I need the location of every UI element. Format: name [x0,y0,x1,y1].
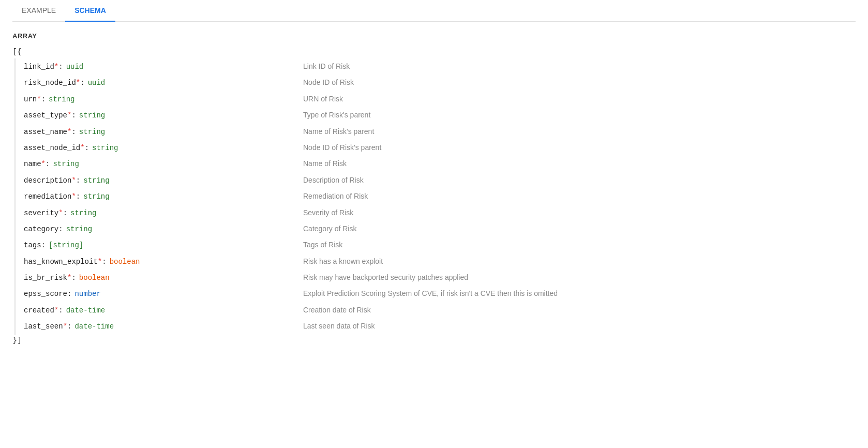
field-name-last_seen: last_seen [24,321,63,332]
schema-rows: link_id*: uuidLink ID of Riskrisk_node_i… [14,58,856,335]
field-description-asset_name: Name of Risk's parent [282,126,374,137]
schema-row-has_known_exploit: has_known_exploit*: booleanRisk has a kn… [24,253,856,270]
field-name-tags: tags [24,240,41,251]
field-section-category: category: string [24,223,282,235]
field-name-has_known_exploit: has_known_exploit [24,256,98,267]
required-star-last_seen: * [63,321,67,332]
colon-epss_score: : [67,288,71,300]
field-section-created: created*: date-time [24,305,282,316]
required-star-created: * [54,305,58,316]
field-description-asset_node_id: Node ID of Risk's parent [282,142,381,153]
field-description-description: Description of Risk [282,174,364,186]
required-star-asset_name: * [67,126,71,138]
required-star-asset_type: * [67,110,71,121]
field-description-severity: Severity of Risk [282,207,353,218]
field-name-name: name [24,158,41,170]
schema-row-name: name*: stringName of Risk [24,156,856,172]
colon-tags: : [41,240,46,251]
schema-row-asset_type: asset_type*: stringType of Risk's parent [24,107,856,123]
required-star-severity: * [58,207,63,219]
tab-schema[interactable]: SCHEMA [65,0,115,22]
field-type-asset_node_id: string [92,142,118,154]
tab-bar: EXAMPLESCHEMA [12,0,856,22]
field-section-last_seen: last_seen*: date-time [24,321,282,332]
field-type-created: date-time [66,305,106,316]
field-type-last_seen: date-time [74,321,114,332]
field-name-asset_type: asset_type [24,110,67,121]
field-name-remediation: remediation [24,191,71,202]
field-section-epss_score: epss_score: number [24,288,282,300]
colon-link_id: : [58,61,63,72]
field-type-risk_node_id: uuid [88,77,106,88]
field-description-is_br_risk: Risk may have backported security patche… [282,272,468,283]
field-section-severity: severity*: string [24,207,282,219]
schema-row-link_id: link_id*: uuidLink ID of Risk [24,58,856,74]
required-star-remediation: * [71,191,76,202]
field-description-risk_node_id: Node ID of Risk [282,77,354,88]
field-description-created: Creation date of Risk [282,304,371,316]
main-container: EXAMPLESCHEMA ARRAY [{ link_id*: uuidLin… [0,0,868,347]
schema-row-tags: tags: [string]Tags of Risk [24,237,856,253]
field-section-urn: urn*: string [24,94,282,105]
schema-row-asset_name: asset_name*: stringName of Risk's parent [24,124,856,140]
field-type-is_br_risk: boolean [79,272,110,283]
field-type-name: string [53,158,79,170]
field-description-last_seen: Last seen data of Risk [282,320,375,332]
field-section-remediation: remediation*: string [24,191,282,202]
schema-row-epss_score: epss_score: numberExploit Prediction Sco… [24,286,856,302]
colon-risk_node_id: : [80,77,84,88]
field-description-category: Category of Risk [282,223,356,234]
field-description-urn: URN of Risk [282,93,343,104]
required-star-has_known_exploit: * [98,256,102,267]
tab-example[interactable]: EXAMPLE [12,0,65,22]
required-star-risk_node_id: * [76,77,80,88]
field-section-asset_type: asset_type*: string [24,110,282,121]
field-type-severity: string [70,207,96,219]
required-star-asset_node_id: * [80,142,84,154]
field-section-is_br_risk: is_br_risk*: boolean [24,272,282,283]
required-star-name: * [41,158,46,170]
schema-row-urn: urn*: stringURN of Risk [24,91,856,107]
colon-asset_name: : [71,126,76,138]
schema-row-asset_node_id: asset_node_id*: stringNode ID of Risk's … [24,140,856,156]
field-name-description: description [24,175,71,186]
field-description-name: Name of Risk [282,158,347,169]
field-type-urn: string [49,94,74,105]
field-description-epss_score: Exploit Prediction Scoring System of CVE… [282,288,558,299]
field-name-created: created [24,305,54,316]
field-type-epss_score: number [74,288,100,300]
field-name-is_br_risk: is_br_risk [24,272,67,283]
field-description-asset_type: Type of Risk's parent [282,109,370,121]
field-section-description: description*: string [24,175,282,186]
schema-row-last_seen: last_seen*: date-timeLast seen data of R… [24,318,856,334]
field-type-has_known_exploit: boolean [110,256,140,267]
colon-category: : [58,223,63,235]
field-type-description: string [83,175,109,186]
open-bracket: [{ [12,46,856,58]
schema-row-description: description*: stringDescription of Risk [24,172,856,188]
colon-asset_node_id: : [85,142,89,154]
field-name-urn: urn [24,94,37,105]
field-name-severity: severity [24,207,58,219]
required-star-urn: * [37,94,41,105]
schema-row-severity: severity*: stringSeverity of Risk [24,205,856,221]
field-name-asset_name: asset_name [24,126,67,138]
field-name-category: category [24,223,58,235]
field-description-link_id: Link ID of Risk [282,61,350,72]
schema-row-created: created*: date-timeCreation date of Risk [24,302,856,318]
field-section-risk_node_id: risk_node_id*: uuid [24,77,282,88]
array-label: ARRAY [12,32,856,40]
field-section-asset_name: asset_name*: string [24,126,282,138]
field-description-tags: Tags of Risk [282,239,342,250]
field-name-link_id: link_id [24,61,54,72]
required-star-is_br_risk: * [67,272,71,283]
field-type-asset_name: string [79,126,105,138]
colon-is_br_risk: : [71,272,76,283]
colon-created: : [58,305,63,316]
field-section-name: name*: string [24,158,282,170]
field-type-link_id: uuid [66,61,84,72]
schema-row-remediation: remediation*: stringRemediation of Risk [24,188,856,204]
colon-urn: : [41,94,46,105]
colon-remediation: : [76,191,80,202]
colon-asset_type: : [71,110,76,121]
